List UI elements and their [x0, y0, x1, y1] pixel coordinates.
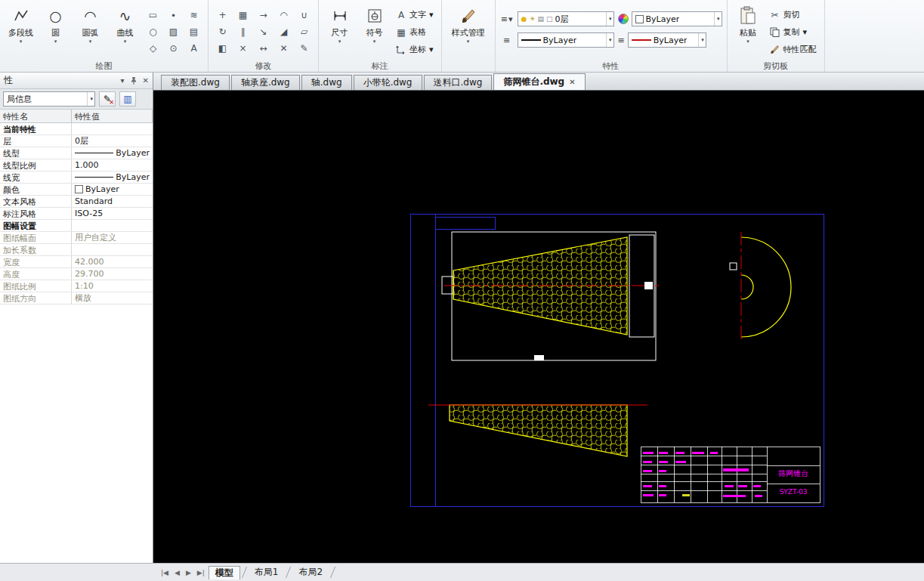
donut-tool-button[interactable]: ⊙ [164, 40, 183, 56]
end-view[interactable] [730, 232, 791, 341]
layer-on-icon: ● [521, 15, 527, 23]
layout-info-value: 局信息 [7, 94, 32, 105]
ribbon-group-annotate: 尺寸 ▾ 符号 ▾ A 文字 ▾ ▦ 表格 [319, 0, 442, 72]
spline-button[interactable]: ∿ 曲线 ▾ [109, 2, 141, 58]
chevron-down-icon: ▾ [698, 33, 704, 47]
style-manager-button[interactable]: 样式管理 ▾ [447, 2, 490, 58]
match-properties-label: 特性匹配 [783, 44, 817, 55]
match-properties-button[interactable]: 特性匹配 [767, 42, 820, 57]
coordinate-button[interactable]: 坐标 ▾ [393, 42, 437, 57]
layout2-tab[interactable]: 布局2 [292, 566, 329, 579]
drawing-canvas[interactable]: 筛网锥台 SYZT-03 [153, 91, 924, 563]
color-combo[interactable]: ByLayer ▾ [632, 11, 722, 26]
point-tool-button[interactable]: ∙ [164, 7, 183, 23]
property-row-text-style: 文本风格 Standard [0, 196, 153, 208]
edit-tool-button[interactable]: ✎ [295, 40, 314, 56]
copy-button[interactable]: 复制 ▾ [767, 24, 820, 40]
first-tab-nav-icon[interactable]: |◀ [159, 569, 171, 576]
rotate-tool-button[interactable]: ↻ [213, 23, 232, 39]
lineweight-manager-button[interactable]: ≡ [618, 36, 625, 45]
hatch-tool-button[interactable]: ▨ [164, 23, 183, 39]
fillet-tool-button[interactable]: ◠ [274, 7, 293, 23]
text-button[interactable]: A 文字 ▾ [393, 7, 437, 23]
cone-section-view[interactable] [428, 405, 647, 456]
properties-grid: 当前特性 层 0层 线型 ByLayer 线型比例 1.000 线宽 By [0, 123, 153, 563]
close-tab-icon[interactable]: ✕ [569, 78, 575, 86]
array-tool-button[interactable]: ▦ [233, 7, 252, 23]
symbol-button[interactable]: 符号 ▾ [358, 2, 391, 58]
rectangle-tool-button[interactable]: ▭ [144, 7, 162, 23]
text-tool-button[interactable]: A [184, 40, 203, 56]
revision-tool-button[interactable]: ≋ [184, 7, 203, 23]
main-area: 性 ▾ ✕ 局信息 ▾ ✎ ✕ ▥ [0, 73, 924, 563]
pin-icon[interactable] [130, 76, 138, 85]
tab-divider [330, 567, 335, 578]
layer-lock-icon: □ [546, 15, 553, 23]
polyline-label: 多段线 [8, 27, 33, 39]
layer-tools-button[interactable]: ≡ ▾ [500, 14, 514, 24]
property-row-height: 高度 29.700 [0, 268, 153, 280]
layout1-tab[interactable]: 布局1 [249, 566, 285, 579]
properties-group-label: 特性 [496, 61, 727, 72]
doc-tab-feed-port[interactable]: 送料口.dwg [424, 75, 493, 90]
column-header-name[interactable]: 特性名 [0, 110, 72, 122]
erase-tool-button[interactable]: ✕ [274, 40, 293, 56]
next-tab-nav-icon[interactable]: ▶ [184, 569, 193, 576]
extend-tool-button[interactable]: → [254, 7, 273, 23]
property-row-linetype-scale: 线型比例 1.000 [0, 159, 153, 172]
join-tool-button[interactable]: ∪ [295, 7, 314, 23]
coordinate-icon [396, 45, 406, 54]
region-tool-button[interactable]: ▤ [184, 23, 203, 39]
offset-tool-button[interactable]: ∥ [233, 23, 252, 39]
polyline-button[interactable]: 多段线 ▾ [5, 2, 37, 58]
doc-tab-shaft[interactable]: 轴.dwg [301, 75, 352, 90]
trim-tool-button[interactable]: × [233, 40, 252, 56]
last-tab-nav-icon[interactable]: ▶| [195, 569, 207, 576]
paste-button[interactable]: 粘贴 ▾ [732, 2, 765, 58]
tab-divider [242, 567, 247, 578]
frame-settings-button[interactable]: ▥ [119, 91, 136, 107]
polygon-tool-button[interactable]: ◇ [144, 40, 162, 56]
stretch-tool-button[interactable]: ↔ [254, 40, 273, 56]
edit-style-button[interactable]: ✎ ✕ [99, 91, 116, 107]
column-header-value[interactable]: 特性值 [72, 110, 153, 122]
symbol-label: 符号 [366, 27, 383, 39]
prev-tab-nav-icon[interactable]: ◀ [172, 569, 182, 576]
model-tab[interactable]: 模型 [209, 566, 240, 579]
doc-tab-bearing-seat[interactable]: 轴承座.dwg [231, 75, 300, 90]
linetype-manager-button[interactable]: ≡ [500, 36, 514, 45]
panel-close-icon[interactable]: ✕ [143, 76, 149, 85]
layout-info-combo[interactable]: 局信息 ▾ [3, 91, 95, 107]
tab-divider [286, 567, 291, 578]
chevron-down-icon: ▾ [429, 45, 434, 54]
move-tool-button[interactable]: + [213, 7, 232, 23]
table-button[interactable]: ▦ 表格 [393, 24, 437, 40]
property-row-lengthen-factor: 加长系数 [0, 244, 153, 256]
color-wheel-icon[interactable] [618, 14, 629, 24]
layer-combo[interactable]: ● ☀ ▤ □ 0层 ▾ [518, 11, 614, 26]
chevron-down-icon: ▾ [20, 39, 23, 45]
title-block[interactable]: 筛网锥台 SYZT-03 [641, 447, 820, 502]
ellipse-tool-button[interactable]: ○ [144, 23, 162, 39]
cut-button[interactable]: ✂ 剪切 [767, 7, 820, 23]
table-label: 表格 [409, 26, 426, 38]
doc-tab-assembly[interactable]: 装配图.dwg [161, 75, 230, 90]
linetype-combo[interactable]: ByLayer ▾ [518, 32, 614, 48]
doc-tab-small-pulley[interactable]: 小带轮.dwg [354, 75, 422, 90]
property-row-paper-scale: 图纸比例 1:10 [0, 280, 153, 292]
panel-menu-icon[interactable]: ▾ [121, 76, 125, 85]
mirror-tool-button[interactable]: ◧ [213, 40, 232, 56]
circle-button[interactable]: ○ 圆 ▾ [39, 2, 72, 58]
dimension-button[interactable]: 尺寸 ▾ [323, 2, 356, 58]
cone-side-view[interactable] [442, 232, 659, 360]
explode-tool-button[interactable]: ▱ [295, 23, 314, 39]
chamfer-tool-button[interactable]: ◢ [274, 23, 293, 39]
doc-tab-sieve-cone-active[interactable]: 筛网锥台.dwg ✕ [493, 73, 585, 90]
circle-label: 圆 [51, 27, 60, 39]
chevron-down-icon: ▾ [124, 39, 127, 45]
title-block-yellow-mark [682, 494, 690, 496]
chevron-down-icon: ▾ [606, 33, 612, 47]
scale-tool-button[interactable]: ↘ [254, 23, 273, 39]
arc-button[interactable]: ◠ 圆弧 ▾ [74, 2, 107, 58]
lineweight-combo[interactable]: ByLayer ▾ [628, 32, 706, 48]
